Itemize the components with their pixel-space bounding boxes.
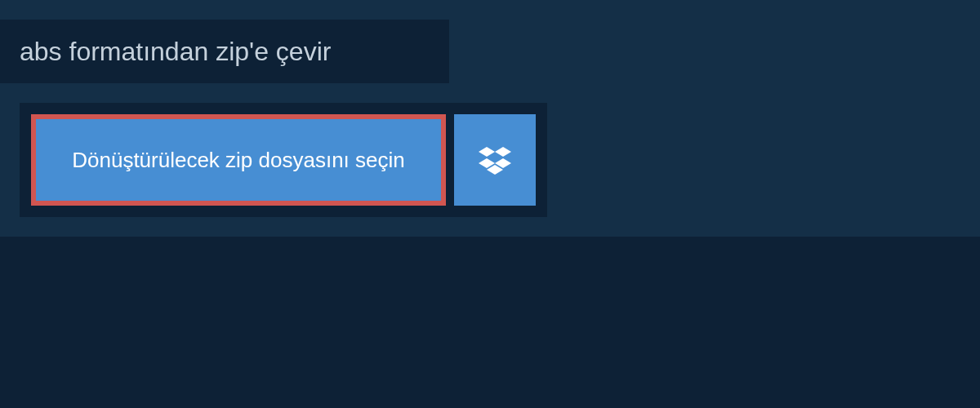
page-title: abs formatından zip'e çevir <box>20 37 331 67</box>
title-bar: abs formatından zip'e çevir <box>0 20 449 83</box>
dropbox-button[interactable] <box>454 114 536 206</box>
button-panel: Dönüştürülecek zip dosyasını seçin <box>20 103 547 217</box>
select-file-label: Dönüştürülecek zip dosyasını seçin <box>72 148 405 173</box>
select-file-button[interactable]: Dönüştürülecek zip dosyasını seçin <box>31 114 446 206</box>
dropbox-icon <box>479 144 511 176</box>
bottom-panel <box>0 237 980 408</box>
main-container: abs formatından zip'e çevir Dönüştürülec… <box>0 0 980 408</box>
